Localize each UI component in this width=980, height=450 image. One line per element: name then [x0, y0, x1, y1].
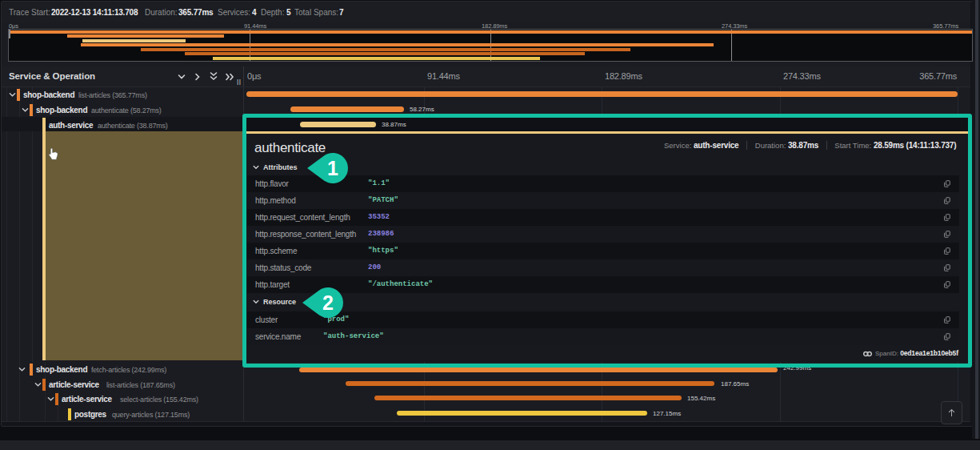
svg-text:1: 1: [327, 157, 338, 179]
svg-text:2: 2: [322, 291, 334, 314]
